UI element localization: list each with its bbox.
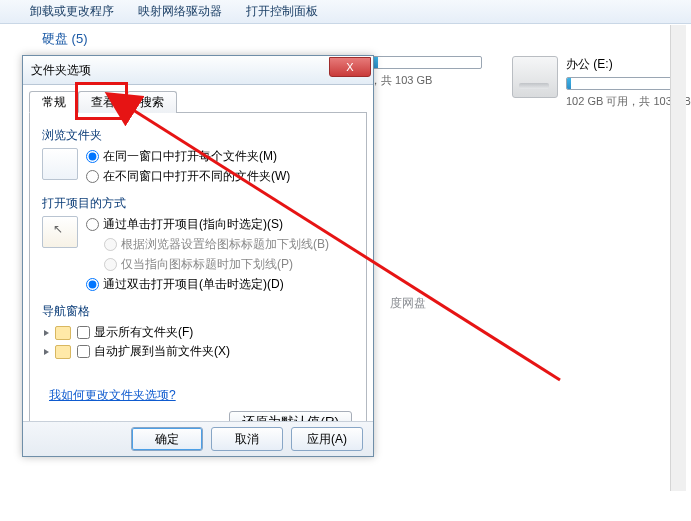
folder-options-dialog: 文件夹选项 X 常规 查看 搜索 浏览文件夹 在同一窗口中打开每个文件夹(M) — [22, 55, 374, 457]
folder-icon — [55, 345, 71, 359]
cursor-icon — [42, 216, 78, 248]
radio-input — [104, 258, 117, 271]
toolbar-map-drive[interactable]: 映射网络驱动器 — [138, 3, 222, 20]
drive-item-e[interactable]: 办公 (E:) 102 GB 可用，共 103 GB — [512, 56, 691, 109]
ok-button[interactable]: 确定 — [131, 427, 203, 451]
radio-label: 仅当指向图标标题时加下划线(P) — [121, 256, 293, 273]
section-title-drives: 硬盘 (5) — [42, 30, 88, 48]
tab-general[interactable]: 常规 — [29, 91, 79, 113]
tree-arrow-icon[interactable] — [44, 330, 49, 336]
apply-button[interactable]: 应用(A) — [291, 427, 363, 451]
radio-same-window[interactable]: 在同一窗口中打开每个文件夹(M) — [86, 148, 290, 165]
background-text: 度网盘 — [390, 295, 426, 312]
close-button[interactable]: X — [329, 57, 371, 77]
checkbox-label: 显示所有文件夹(F) — [94, 324, 193, 341]
group-open-title: 打开项目的方式 — [42, 195, 354, 212]
tab-view[interactable]: 查看 — [78, 91, 128, 113]
radio-underline-point: 仅当指向图标标题时加下划线(P) — [104, 256, 329, 273]
group-nav-title: 导航窗格 — [42, 303, 354, 320]
radio-input[interactable] — [86, 278, 99, 291]
radio-label: 在不同窗口中打开不同的文件夹(W) — [103, 168, 290, 185]
radio-input[interactable] — [86, 170, 99, 183]
dialog-button-row: 确定 取消 应用(A) — [23, 421, 373, 456]
drive-capacity-bar — [566, 77, 678, 90]
browse-folder-icon — [42, 148, 78, 180]
hdd-icon — [512, 56, 558, 98]
folder-icon — [55, 326, 71, 340]
dialog-titlebar[interactable]: 文件夹选项 X — [23, 56, 373, 85]
checkbox-input[interactable] — [77, 326, 90, 339]
help-link[interactable]: 我如何更改文件夹选项? — [49, 387, 176, 404]
toolbar-control-panel[interactable]: 打开控制面板 — [246, 3, 318, 20]
checkbox-input[interactable] — [77, 345, 90, 358]
check-show-all[interactable]: 显示所有文件夹(F) — [77, 324, 193, 341]
close-icon: X — [346, 61, 353, 73]
vertical-scrollbar[interactable] — [670, 25, 686, 491]
drive-item-partial[interactable]: ，共 103 GB — [370, 56, 482, 109]
dialog-body: 常规 查看 搜索 浏览文件夹 在同一窗口中打开每个文件夹(M) 在不同窗口中打开… — [29, 90, 367, 418]
radio-underline-browser: 根据浏览器设置给图标标题加下划线(B) — [104, 236, 329, 253]
radio-new-window[interactable]: 在不同窗口中打开不同的文件夹(W) — [86, 168, 290, 185]
group-browse-title: 浏览文件夹 — [42, 127, 354, 144]
explorer-toolbar: 卸载或更改程序 映射网络驱动器 打开控制面板 — [0, 0, 691, 24]
cancel-button[interactable]: 取消 — [211, 427, 283, 451]
radio-label: 在同一窗口中打开每个文件夹(M) — [103, 148, 277, 165]
toolbar-uninstall[interactable]: 卸载或更改程序 — [30, 3, 114, 20]
checkbox-label: 自动扩展到当前文件夹(X) — [94, 343, 230, 360]
tab-search[interactable]: 搜索 — [127, 91, 177, 113]
check-auto-expand[interactable]: 自动扩展到当前文件夹(X) — [77, 343, 230, 360]
radio-label: 通过双击打开项目(单击时选定)(D) — [103, 276, 284, 293]
radio-label: 通过单击打开项目(指向时选定)(S) — [103, 216, 283, 233]
drive-capacity-text: ，共 103 GB — [370, 73, 482, 88]
radio-input — [104, 238, 117, 251]
tab-strip: 常规 查看 搜索 — [29, 90, 367, 113]
tree-arrow-icon[interactable] — [44, 349, 49, 355]
radio-label: 根据浏览器设置给图标标题加下划线(B) — [121, 236, 329, 253]
radio-input[interactable] — [86, 150, 99, 163]
dialog-title-text: 文件夹选项 — [31, 62, 91, 79]
radio-double-click[interactable]: 通过双击打开项目(单击时选定)(D) — [86, 276, 329, 293]
drive-list: ，共 103 GB 办公 (E:) 102 GB 可用，共 103 GB — [370, 56, 691, 109]
radio-single-click[interactable]: 通过单击打开项目(指向时选定)(S) — [86, 216, 329, 233]
drive-capacity-bar — [370, 56, 482, 69]
radio-input[interactable] — [86, 218, 99, 231]
